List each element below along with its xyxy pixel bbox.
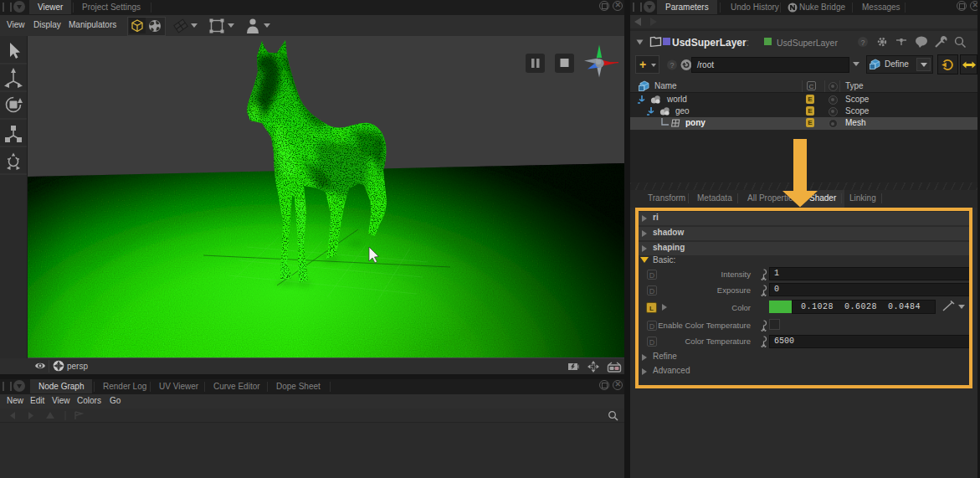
svg-text:?: ? <box>670 61 674 69</box>
svg-text:?: ? <box>860 39 865 47</box>
